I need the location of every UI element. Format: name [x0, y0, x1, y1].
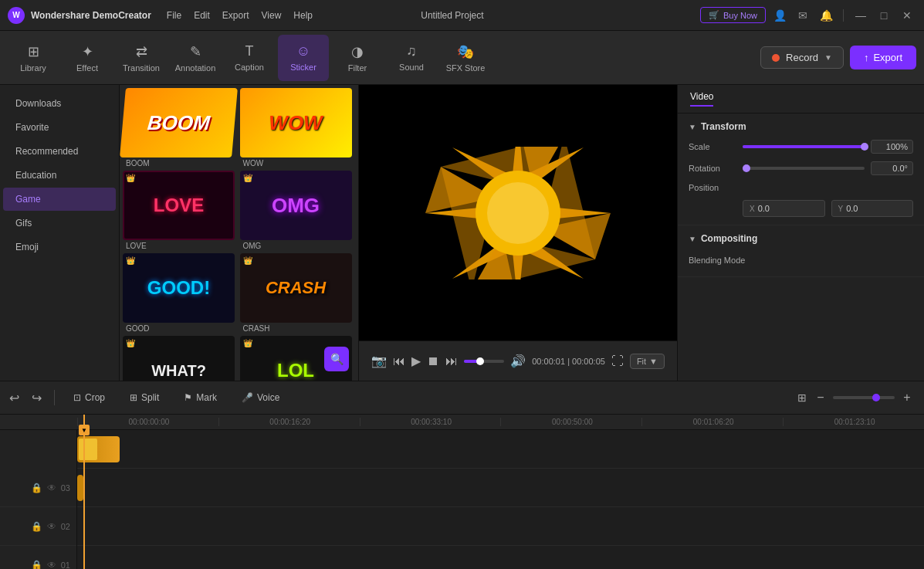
- split-button[interactable]: ⊞ Split: [124, 389, 165, 406]
- track-row-01[interactable]: [77, 507, 924, 546]
- track-row-02[interactable]: [77, 469, 924, 507]
- sticker-wow[interactable]: WOW: [240, 88, 352, 157]
- tool-annotation[interactable]: ✎ Annotation: [170, 35, 221, 81]
- track-number: 03: [61, 483, 70, 493]
- tool-caption[interactable]: T Caption: [224, 35, 275, 81]
- menu-view[interactable]: View: [262, 10, 282, 21]
- tool-sfx-store[interactable]: 🎭 SFX Store: [440, 35, 491, 81]
- sticker-love[interactable]: LOVE: [123, 171, 235, 240]
- record-button[interactable]: Record ▼: [760, 46, 844, 69]
- mail-icon[interactable]: ✉: [794, 6, 812, 25]
- crown-icon: 👑: [126, 339, 135, 347]
- tab-video[interactable]: Video: [690, 91, 713, 107]
- sticker-crash[interactable]: CRASH: [240, 253, 352, 323]
- list-item[interactable]: GOOD! 👑 GOOD: [123, 253, 239, 334]
- chevron-down-icon: ▼: [689, 235, 696, 243]
- mark-button[interactable]: ⚑ Mark: [178, 389, 223, 406]
- list-item[interactable]: WOW WOW: [240, 88, 356, 169]
- zoom-track[interactable]: [833, 396, 895, 399]
- crown-icon: 👑: [243, 339, 252, 347]
- next-frame-button[interactable]: ⏭: [445, 354, 458, 368]
- list-item[interactable]: BOOM BOOM: [123, 88, 239, 169]
- list-item[interactable]: LOVE 👑 LOVE: [123, 171, 239, 252]
- sidebar-item-gifs[interactable]: Gifs: [3, 212, 116, 235]
- crop-button[interactable]: ⊡ Crop: [67, 389, 111, 406]
- voice-button[interactable]: 🎤 Voice: [235, 389, 286, 406]
- list-item[interactable]: CRASH 👑 CRASH: [240, 253, 356, 334]
- list-item[interactable]: WHAT? 👑 WHAT?: [123, 336, 239, 381]
- stop-button[interactable]: ⏹: [427, 354, 439, 368]
- separator: [54, 390, 55, 405]
- track-number: 02: [61, 522, 70, 531]
- list-item[interactable]: OMG 👑 OMG: [240, 171, 356, 252]
- track-label-01: 🔒 👁 01: [0, 546, 76, 569]
- bell-icon[interactable]: 🔔: [817, 6, 835, 25]
- prev-frame-button[interactable]: ⏮: [393, 354, 405, 368]
- track-row-03[interactable]: [77, 430, 924, 469]
- redo-button[interactable]: ↪: [32, 391, 42, 405]
- lock-icon[interactable]: 🔒: [31, 483, 42, 493]
- menu-edit[interactable]: Edit: [194, 10, 210, 21]
- minimize-button[interactable]: —: [851, 6, 870, 25]
- position-x[interactable]: X 0.0: [743, 200, 825, 217]
- menu-file[interactable]: File: [167, 10, 181, 21]
- sidebar-item-game[interactable]: Game: [3, 188, 116, 211]
- tool-filter[interactable]: ◑ Filter: [332, 35, 383, 81]
- app-name: Wondershare DemoCreator: [31, 10, 151, 21]
- sidebar-item-education[interactable]: Education: [3, 164, 116, 187]
- tool-transition[interactable]: ⇄ Transition: [116, 35, 167, 81]
- transform-section: ▼ Transform Scale 100% Rotation: [678, 113, 924, 225]
- tool-library[interactable]: ⊞ Library: [8, 35, 59, 81]
- sticker-grid: BOOM BOOM WOW WOW LOVE 👑 LOVE OMG 👑 OMG: [120, 85, 358, 381]
- compositing-header: ▼ Compositing: [689, 233, 913, 244]
- sticker-what[interactable]: WHAT?: [123, 336, 235, 381]
- screenshot-button[interactable]: 📷: [371, 354, 387, 368]
- sidebar-item-emoji[interactable]: Emoji: [3, 235, 116, 259]
- export-icon: ↑: [864, 52, 869, 63]
- fullscreen-button[interactable]: ⛶: [611, 354, 624, 368]
- zoom-in-button[interactable]: +: [899, 391, 915, 405]
- lock-icon[interactable]: 🔒: [31, 560, 42, 570]
- sticker-search-button[interactable]: 🔍: [324, 347, 349, 371]
- x-label: X: [750, 205, 755, 213]
- sound-icon: ♫: [406, 43, 417, 59]
- eye-icon[interactable]: 👁: [47, 521, 56, 532]
- sidebar-item-favorite[interactable]: Favorite: [3, 116, 116, 139]
- fit-to-window-button[interactable]: ⊞: [797, 391, 807, 404]
- volume-button[interactable]: 🔊: [510, 354, 526, 368]
- maximize-button[interactable]: □: [875, 6, 893, 25]
- ruler-mark: 00:01:23:10: [783, 418, 924, 426]
- ruler-marks: 00:00:00:00 00:00:16:20 00:00:33:10 00:0…: [77, 418, 924, 426]
- sticker-boom[interactable]: BOOM: [120, 88, 238, 157]
- sticker-omg[interactable]: OMG: [240, 171, 352, 240]
- sidebar-item-downloads[interactable]: Downloads: [3, 92, 116, 115]
- tool-effect[interactable]: ✦ Effect: [62, 35, 113, 81]
- sidebar-item-recommended[interactable]: Recommended: [3, 140, 116, 163]
- scale-fill: [743, 145, 865, 148]
- tool-sound[interactable]: ♫ Sound: [386, 35, 437, 81]
- fit-dropdown[interactable]: Fit ▼: [630, 354, 665, 369]
- track-clip-02[interactable]: [77, 475, 83, 501]
- rotation-slider-wrap: 0.0°: [743, 161, 913, 175]
- eye-icon[interactable]: 👁: [47, 560, 56, 570]
- eye-icon[interactable]: 👁: [47, 483, 56, 493]
- filter-icon: ◑: [351, 43, 364, 60]
- undo-button[interactable]: ↩: [9, 391, 19, 405]
- export-button[interactable]: ↑ Export: [850, 46, 916, 69]
- rotation-slider[interactable]: [743, 167, 865, 170]
- user-icon[interactable]: 👤: [770, 6, 789, 25]
- menu-help[interactable]: Help: [293, 10, 313, 21]
- sticker-good[interactable]: GOOD!: [123, 253, 235, 323]
- scale-slider[interactable]: [743, 145, 865, 148]
- close-button[interactable]: ✕: [898, 6, 916, 25]
- mark-icon: ⚑: [184, 392, 192, 403]
- crop-icon: ⊡: [73, 392, 81, 403]
- progress-bar[interactable]: [464, 360, 504, 363]
- menu-export[interactable]: Export: [222, 10, 249, 21]
- zoom-out-button[interactable]: −: [813, 391, 828, 405]
- buy-now-button[interactable]: 🛒 Buy Now: [700, 7, 766, 23]
- tool-sticker[interactable]: ☺ Sticker: [278, 35, 329, 81]
- lock-icon[interactable]: 🔒: [31, 521, 42, 532]
- play-button[interactable]: ▶: [411, 354, 421, 368]
- position-y[interactable]: Y 0.0: [831, 200, 914, 217]
